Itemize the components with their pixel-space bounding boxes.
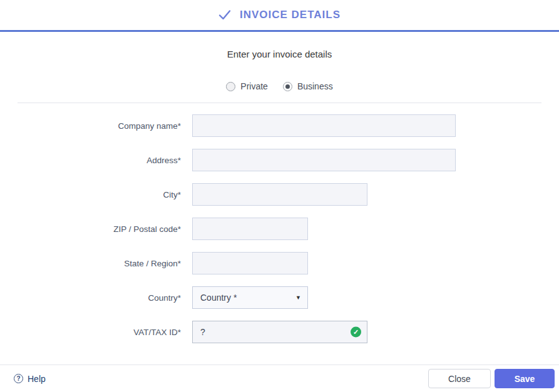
address-label: Address* xyxy=(0,156,181,165)
invoice-form: Company name* Address* City* ZIP / Posta… xyxy=(0,114,559,343)
form-row: Address* xyxy=(0,149,559,171)
help-link[interactable]: ? Help xyxy=(14,374,46,384)
company-name-label: Company name* xyxy=(0,121,181,131)
radio-business[interactable]: Business xyxy=(283,81,333,91)
save-button[interactable]: Save xyxy=(495,369,555,388)
section-divider xyxy=(18,103,541,103)
vat-tax-id-input[interactable] xyxy=(192,321,367,343)
country-select-value: Country * xyxy=(200,293,237,303)
radio-private-label: Private xyxy=(240,81,268,91)
radio-business-label: Business xyxy=(297,81,333,91)
form-row: ZIP / Postal code* xyxy=(0,218,559,240)
vat-tax-id-label: VAT/TAX ID* xyxy=(0,328,181,337)
form-heading: Enter your invoice details xyxy=(0,49,559,59)
dialog-footer: ? Help Close Save xyxy=(0,364,559,392)
help-label: Help xyxy=(28,374,46,384)
city-label: City* xyxy=(0,190,181,199)
radio-business-circle xyxy=(283,82,292,91)
company-name-input[interactable] xyxy=(192,114,456,137)
check-icon xyxy=(218,9,231,21)
radio-private-circle xyxy=(226,82,235,91)
help-icon: ? xyxy=(14,374,23,383)
invoice-type-radio-group: Private Business xyxy=(0,81,559,91)
form-row: VAT/TAX ID* ✓ xyxy=(0,321,559,343)
radio-private[interactable]: Private xyxy=(226,81,268,91)
zip-postal-code-label: ZIP / Postal code* xyxy=(0,224,181,234)
address-input[interactable] xyxy=(192,149,456,171)
form-row: Company name* xyxy=(0,114,559,137)
country-select[interactable]: Country * ▼ xyxy=(192,286,308,309)
form-row: Country* Country * ▼ xyxy=(0,286,559,309)
country-label: Country* xyxy=(0,293,181,303)
valid-check-icon: ✓ xyxy=(351,327,361,338)
form-row: State / Region* xyxy=(0,252,559,274)
form-row: City* xyxy=(0,183,559,206)
city-input[interactable] xyxy=(192,183,367,206)
dialog-title: INVOICE DETAILS xyxy=(240,9,341,21)
state-region-label: State / Region* xyxy=(0,259,181,268)
dialog-header: INVOICE DETAILS xyxy=(0,0,559,32)
close-button[interactable]: Close xyxy=(428,369,491,388)
state-region-input[interactable] xyxy=(192,252,308,274)
chevron-down-icon: ▼ xyxy=(295,294,301,301)
zip-postal-code-input[interactable] xyxy=(192,218,308,240)
